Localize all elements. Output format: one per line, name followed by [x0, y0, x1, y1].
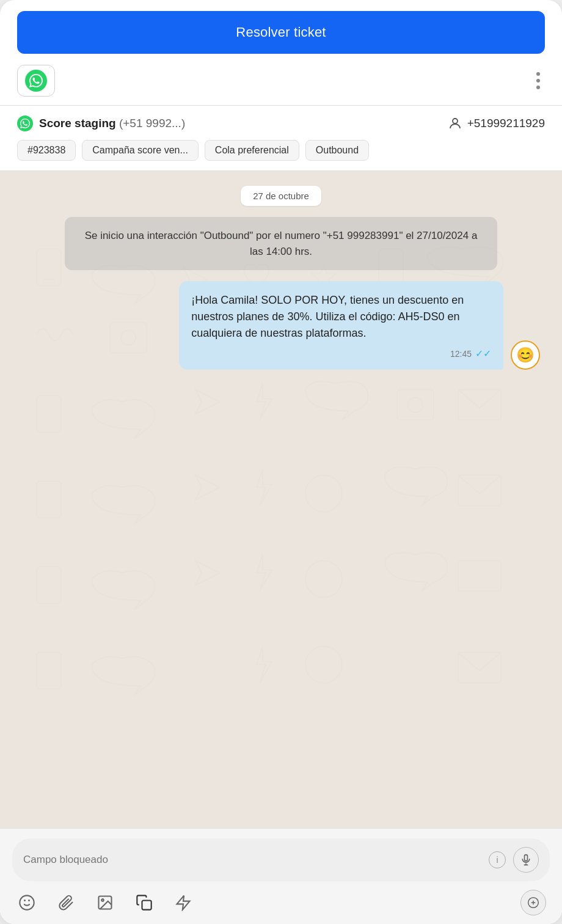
chat-messages: 27 de octubre Se inicio una interacción …: [0, 171, 562, 384]
bottom-toolbar: [12, 890, 550, 915]
svg-point-21: [305, 647, 342, 683]
svg-rect-13: [458, 390, 501, 420]
svg-rect-22: [458, 653, 501, 683]
svg-rect-10: [37, 396, 61, 433]
svg-point-15: [305, 475, 342, 512]
chat-area: 27 de octubre Se inicio una interacción …: [0, 171, 562, 828]
svg-rect-17: [37, 567, 61, 604]
info-source: Score staging (+51 9992...): [17, 116, 185, 131]
svg-rect-11: [397, 390, 434, 420]
tag-campaign[interactable]: Campaña score ven...: [82, 140, 199, 161]
input-area: i: [0, 828, 562, 924]
svg-rect-19: [458, 561, 501, 592]
svg-rect-14: [37, 482, 61, 518]
emoji-picker-button[interactable]: [16, 892, 38, 914]
attach-button[interactable]: [55, 892, 77, 914]
more-options-button[interactable]: [531, 67, 545, 94]
whatsapp-channel-button[interactable]: [17, 65, 55, 97]
svg-point-30: [101, 899, 104, 901]
person-icon: [448, 116, 462, 131]
tag-queue[interactable]: Cola preferencial: [205, 140, 299, 161]
system-message: Se inicio una interacción "Outbound" por…: [65, 217, 497, 270]
tag-ticket-id[interactable]: #923838: [17, 140, 76, 161]
whatsapp-small-icon: [17, 116, 33, 131]
phone-container: Resolver ticket Score staging (+51 9: [0, 0, 562, 924]
info-button[interactable]: i: [489, 851, 506, 868]
outbound-message: ¡Hola Camila! SOLO POR HOY, tienes un de…: [179, 281, 503, 370]
resolve-ticket-button[interactable]: Resolver ticket: [17, 11, 545, 54]
date-label: 27 de octubre: [241, 186, 321, 206]
source-name: Score staging (+51 9992...): [39, 117, 185, 130]
contact-number: +51999211929: [448, 116, 545, 131]
toolbar: [0, 54, 562, 106]
send-extra-button[interactable]: [520, 890, 546, 915]
tag-outbound[interactable]: Outbound: [305, 140, 369, 161]
svg-point-26: [20, 895, 34, 909]
input-row: i: [12, 838, 550, 881]
quick-reply-button[interactable]: [172, 892, 194, 914]
svg-point-18: [305, 561, 342, 598]
message-input[interactable]: [23, 854, 481, 866]
emoji-reaction-button[interactable]: 😊: [511, 340, 540, 370]
svg-rect-20: [37, 653, 61, 689]
tags-row: #923838 Campaña score ven... Cola prefer…: [0, 131, 562, 171]
svg-rect-16: [458, 475, 501, 506]
svg-point-0: [453, 119, 458, 123]
mic-button[interactable]: [513, 847, 539, 873]
svg-rect-23: [525, 855, 528, 861]
svg-rect-31: [142, 901, 151, 910]
outbound-message-wrap: ¡Hola Camila! SOLO POR HOY, tienes un de…: [17, 281, 545, 370]
copy-button[interactable]: [133, 892, 155, 914]
image-button[interactable]: [94, 892, 116, 914]
info-bar: Score staging (+51 9992...) +51999211929: [0, 106, 562, 131]
svg-point-12: [408, 398, 423, 413]
whatsapp-icon: [25, 70, 47, 92]
read-checkmark-icon: ✓✓: [475, 346, 491, 361]
